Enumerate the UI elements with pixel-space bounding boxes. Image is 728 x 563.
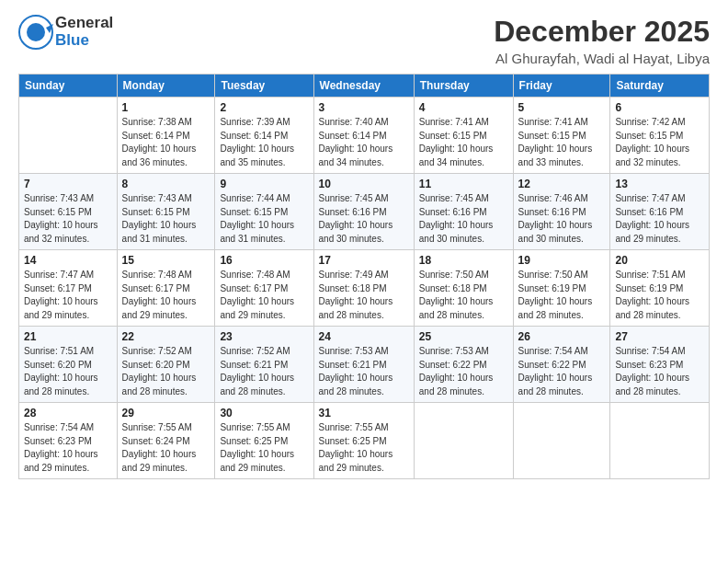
- month-title: December 2025: [494, 15, 710, 49]
- logo-blue: Blue: [55, 32, 113, 50]
- column-header-thursday: Thursday: [414, 75, 513, 98]
- calendar-cell: 4Sunrise: 7:41 AM Sunset: 6:15 PM Daylig…: [414, 98, 513, 174]
- calendar-cell: 13Sunrise: 7:47 AM Sunset: 6:16 PM Dayli…: [610, 174, 710, 250]
- calendar-cell: 7Sunrise: 7:43 AM Sunset: 6:15 PM Daylig…: [19, 174, 118, 250]
- calendar-cell: 28Sunrise: 7:54 AM Sunset: 6:23 PM Dayli…: [19, 403, 118, 479]
- logo: General Blue: [18, 15, 113, 50]
- day-number: 27: [615, 330, 704, 343]
- calendar-cell: 9Sunrise: 7:44 AM Sunset: 6:15 PM Daylig…: [215, 174, 313, 250]
- calendar-cell: 30Sunrise: 7:55 AM Sunset: 6:25 PM Dayli…: [215, 403, 313, 479]
- day-info: Sunrise: 7:51 AM Sunset: 6:20 PM Dayligh…: [24, 345, 112, 398]
- calendar-cell: [610, 403, 710, 479]
- day-number: 28: [24, 407, 112, 419]
- calendar-cell: 2Sunrise: 7:39 AM Sunset: 6:14 PM Daylig…: [215, 98, 313, 174]
- day-info: Sunrise: 7:53 AM Sunset: 6:21 PM Dayligh…: [319, 345, 409, 398]
- calendar-cell: 22Sunrise: 7:52 AM Sunset: 6:20 PM Dayli…: [117, 327, 215, 403]
- day-info: Sunrise: 7:54 AM Sunset: 6:23 PM Dayligh…: [24, 421, 112, 475]
- calendar-cell: 1Sunrise: 7:38 AM Sunset: 6:14 PM Daylig…: [117, 98, 215, 174]
- calendar-cell: 25Sunrise: 7:53 AM Sunset: 6:22 PM Dayli…: [414, 327, 513, 403]
- day-info: Sunrise: 7:45 AM Sunset: 6:16 PM Dayligh…: [419, 192, 508, 246]
- day-info: Sunrise: 7:40 AM Sunset: 6:14 PM Dayligh…: [319, 116, 409, 169]
- day-number: 13: [615, 178, 704, 190]
- column-header-monday: Monday: [117, 75, 215, 98]
- calendar-cell: 31Sunrise: 7:55 AM Sunset: 6:25 PM Dayli…: [313, 403, 414, 479]
- header: General Blue December 2025 Al Ghurayfah,…: [18, 15, 710, 66]
- day-number: 7: [24, 178, 112, 190]
- day-number: 1: [122, 101, 210, 114]
- day-info: Sunrise: 7:55 AM Sunset: 6:25 PM Dayligh…: [220, 421, 308, 475]
- day-info: Sunrise: 7:50 AM Sunset: 6:19 PM Dayligh…: [518, 269, 606, 322]
- day-info: Sunrise: 7:38 AM Sunset: 6:14 PM Dayligh…: [122, 116, 210, 169]
- calendar-cell: 19Sunrise: 7:50 AM Sunset: 6:19 PM Dayli…: [513, 250, 610, 327]
- day-number: 19: [518, 254, 606, 267]
- day-info: Sunrise: 7:43 AM Sunset: 6:15 PM Dayligh…: [24, 192, 112, 246]
- day-info: Sunrise: 7:43 AM Sunset: 6:15 PM Dayligh…: [122, 192, 210, 246]
- day-info: Sunrise: 7:41 AM Sunset: 6:15 PM Dayligh…: [518, 116, 606, 169]
- calendar-cell: [19, 98, 118, 174]
- calendar-cell: 18Sunrise: 7:50 AM Sunset: 6:18 PM Dayli…: [414, 250, 513, 327]
- calendar-cell: 24Sunrise: 7:53 AM Sunset: 6:21 PM Dayli…: [313, 327, 414, 403]
- calendar-cell: 17Sunrise: 7:49 AM Sunset: 6:18 PM Dayli…: [313, 250, 414, 327]
- day-number: 22: [122, 330, 210, 343]
- day-info: Sunrise: 7:54 AM Sunset: 6:22 PM Dayligh…: [518, 345, 606, 398]
- day-info: Sunrise: 7:39 AM Sunset: 6:14 PM Dayligh…: [220, 116, 308, 169]
- calendar-cell: 20Sunrise: 7:51 AM Sunset: 6:19 PM Dayli…: [610, 250, 710, 327]
- day-info: Sunrise: 7:42 AM Sunset: 6:15 PM Dayligh…: [615, 116, 704, 169]
- day-info: Sunrise: 7:53 AM Sunset: 6:22 PM Dayligh…: [419, 345, 508, 398]
- day-number: 8: [122, 178, 210, 190]
- calendar-cell: [414, 403, 513, 479]
- column-header-saturday: Saturday: [610, 75, 710, 98]
- column-header-wednesday: Wednesday: [313, 75, 414, 98]
- day-number: 10: [319, 178, 409, 190]
- day-number: 20: [615, 254, 704, 267]
- calendar-cell: 14Sunrise: 7:47 AM Sunset: 6:17 PM Dayli…: [19, 250, 118, 327]
- calendar-cell: 27Sunrise: 7:54 AM Sunset: 6:23 PM Dayli…: [610, 327, 710, 403]
- day-number: 25: [419, 330, 508, 343]
- day-info: Sunrise: 7:51 AM Sunset: 6:19 PM Dayligh…: [615, 269, 704, 322]
- day-info: Sunrise: 7:44 AM Sunset: 6:15 PM Dayligh…: [220, 192, 308, 246]
- calendar-cell: 29Sunrise: 7:55 AM Sunset: 6:24 PM Dayli…: [117, 403, 215, 479]
- calendar-cell: 23Sunrise: 7:52 AM Sunset: 6:21 PM Dayli…: [215, 327, 313, 403]
- day-info: Sunrise: 7:45 AM Sunset: 6:16 PM Dayligh…: [319, 192, 409, 246]
- day-info: Sunrise: 7:46 AM Sunset: 6:16 PM Dayligh…: [518, 192, 606, 246]
- calendar-cell: 3Sunrise: 7:40 AM Sunset: 6:14 PM Daylig…: [313, 98, 414, 174]
- day-info: Sunrise: 7:47 AM Sunset: 6:17 PM Dayligh…: [24, 269, 112, 322]
- column-header-tuesday: Tuesday: [215, 75, 313, 98]
- calendar-cell: 5Sunrise: 7:41 AM Sunset: 6:15 PM Daylig…: [513, 98, 610, 174]
- day-number: 17: [319, 254, 409, 267]
- day-number: 21: [24, 330, 112, 343]
- day-number: 15: [122, 254, 210, 267]
- calendar-table: SundayMondayTuesdayWednesdayThursdayFrid…: [18, 74, 710, 479]
- day-number: 2: [220, 101, 308, 114]
- calendar-cell: 10Sunrise: 7:45 AM Sunset: 6:16 PM Dayli…: [313, 174, 414, 250]
- calendar-cell: 6Sunrise: 7:42 AM Sunset: 6:15 PM Daylig…: [610, 98, 710, 174]
- calendar-cell: [513, 403, 610, 479]
- day-number: 9: [220, 178, 308, 190]
- calendar-cell: 26Sunrise: 7:54 AM Sunset: 6:22 PM Dayli…: [513, 327, 610, 403]
- calendar-cell: 12Sunrise: 7:46 AM Sunset: 6:16 PM Dayli…: [513, 174, 610, 250]
- calendar-cell: 15Sunrise: 7:48 AM Sunset: 6:17 PM Dayli…: [117, 250, 215, 327]
- calendar-cell: 11Sunrise: 7:45 AM Sunset: 6:16 PM Dayli…: [414, 174, 513, 250]
- day-number: 12: [518, 178, 606, 190]
- day-info: Sunrise: 7:52 AM Sunset: 6:20 PM Dayligh…: [122, 345, 210, 398]
- location-title: Al Ghurayfah, Wadi al Hayat, Libya: [494, 51, 710, 66]
- day-number: 24: [319, 330, 409, 343]
- day-number: 14: [24, 254, 112, 267]
- day-number: 26: [518, 330, 606, 343]
- day-info: Sunrise: 7:41 AM Sunset: 6:15 PM Dayligh…: [419, 116, 508, 169]
- day-info: Sunrise: 7:48 AM Sunset: 6:17 PM Dayligh…: [220, 269, 308, 322]
- day-number: 4: [419, 101, 508, 114]
- day-number: 11: [419, 178, 508, 190]
- calendar-cell: 16Sunrise: 7:48 AM Sunset: 6:17 PM Dayli…: [215, 250, 313, 327]
- day-number: 30: [220, 407, 308, 419]
- logo-general: General: [55, 15, 113, 32]
- day-info: Sunrise: 7:50 AM Sunset: 6:18 PM Dayligh…: [419, 269, 508, 322]
- day-number: 23: [220, 330, 308, 343]
- calendar-cell: 8Sunrise: 7:43 AM Sunset: 6:15 PM Daylig…: [117, 174, 215, 250]
- day-info: Sunrise: 7:48 AM Sunset: 6:17 PM Dayligh…: [122, 269, 210, 322]
- page-container: General Blue December 2025 Al Ghurayfah,…: [0, 0, 728, 488]
- calendar-cell: 21Sunrise: 7:51 AM Sunset: 6:20 PM Dayli…: [19, 327, 118, 403]
- day-info: Sunrise: 7:54 AM Sunset: 6:23 PM Dayligh…: [615, 345, 704, 398]
- day-number: 29: [122, 407, 210, 419]
- column-header-sunday: Sunday: [19, 75, 118, 98]
